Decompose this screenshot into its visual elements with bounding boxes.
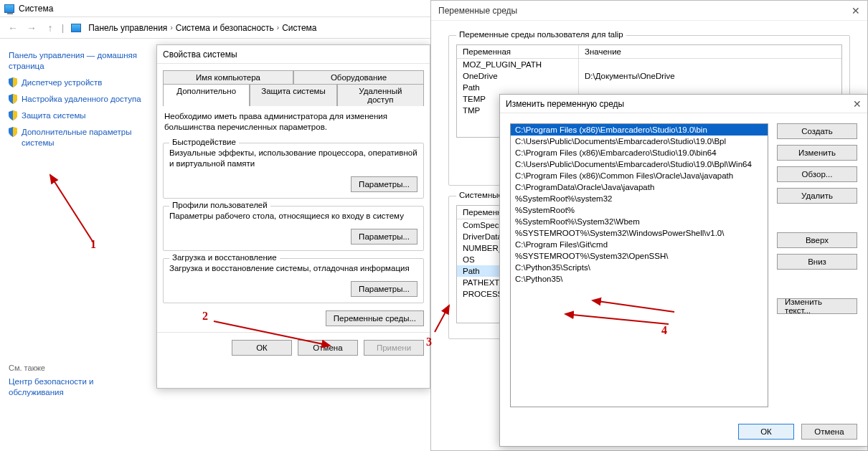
list-item[interactable]: C:\Program Files (x86)\Embarcadero\Studi… — [511, 147, 768, 158]
delete-button[interactable]: Удалить — [777, 188, 857, 204]
sidebar-item-label: Защита системы — [22, 110, 86, 121]
startup-settings-button[interactable]: Параметры... — [351, 281, 418, 297]
shield-icon — [9, 77, 17, 87]
sidebar-home-link[interactable]: Панель управления — домашняя страница — [9, 50, 142, 72]
up-arrow-icon[interactable]: ↑ — [43, 21, 57, 35]
crumb-control-panel[interactable]: Панель управления — [88, 23, 167, 33]
admin-note: Необходимо иметь права администратора дл… — [163, 105, 424, 138]
ok-button[interactable]: ОК — [738, 424, 794, 440]
profiles-settings-button[interactable]: Параметры... — [351, 229, 418, 245]
monitor-icon — [4, 4, 14, 13]
annotation-1: 1 — [90, 238, 96, 251]
group-title: Загрузка и восстановление — [169, 253, 280, 262]
annotation-2: 2 — [202, 310, 208, 323]
performance-settings-button[interactable]: Параметры... — [351, 176, 418, 192]
group-text: Параметры рабочего стола, относящиеся ко… — [169, 211, 418, 222]
crumb-system[interactable]: Система — [282, 23, 316, 33]
location-icon — [71, 24, 81, 32]
list-item[interactable]: %SystemRoot%\System32\Wbem — [511, 216, 768, 227]
tab-protection[interactable]: Защита системы — [250, 84, 336, 106]
breadcrumb[interactable]: Панель управления› Система и безопасност… — [88, 23, 316, 33]
shield-icon — [9, 94, 17, 104]
list-item[interactable]: %SYSTEMROOT%\System32\WindowsPowerShell\… — [511, 227, 768, 239]
table-row[interactable]: Path — [457, 82, 841, 93]
list-item[interactable]: C:\Python35\Scripts\ — [511, 262, 768, 273]
back-arrow-icon[interactable]: ← — [6, 21, 20, 35]
group-text: Визуальные эффекты, использование процес… — [169, 148, 418, 169]
sidebar-item-label: Настройка удаленного доступа — [22, 94, 141, 105]
sidebar-item-protection[interactable]: Защита системы — [9, 110, 142, 121]
browse-button[interactable]: Обзор... — [777, 166, 857, 182]
sidebar-item-label: Диспетчер устройств — [22, 77, 102, 88]
sidebar-item-advanced[interactable]: Дополнительные параметры системы — [9, 127, 142, 148]
list-item[interactable]: C:\Program Files (x86)\Embarcadero\Studi… — [511, 124, 768, 136]
path-entries-list[interactable]: C:\Program Files (x86)\Embarcadero\Studi… — [510, 123, 768, 407]
table-row[interactable]: MOZ_PLUGIN_PATH — [457, 59, 841, 70]
list-item[interactable]: %SystemRoot% — [511, 204, 768, 216]
cancel-button[interactable]: Отмена — [298, 340, 358, 356]
see-also-label: См. также — [9, 364, 142, 372]
list-item[interactable]: C:\Users\Public\Documents\Embarcadero\St… — [511, 136, 768, 147]
props-title: Свойства системы — [157, 45, 430, 64]
list-item[interactable]: C:\Program Files (x86)\Common Files\Orac… — [511, 170, 768, 181]
list-item[interactable]: C:\Users\Public\Documents\Embarcadero\St… — [511, 158, 768, 170]
list-item[interactable]: %SystemRoot%\system32 — [511, 193, 768, 204]
performance-group: Быстродействие Визуальные эффекты, испол… — [163, 143, 424, 199]
startup-group: Загрузка и восстановление Загрузка и вос… — [163, 258, 424, 303]
forward-arrow-icon[interactable]: → — [24, 21, 39, 35]
group-text: Загрузка и восстановление системы, отлад… — [169, 263, 418, 274]
env-vars-button[interactable]: Переменные среды... — [326, 310, 424, 326]
edit-title: Изменить переменную среды — [506, 99, 624, 109]
new-button[interactable]: Создать — [777, 123, 857, 139]
annotation-4: 4 — [661, 324, 667, 337]
group-title: Переменные среды пользователя для talip — [456, 30, 626, 39]
down-button[interactable]: Вниз — [777, 254, 857, 270]
close-icon[interactable]: ✕ — [853, 98, 862, 110]
sidebar-item-device-manager[interactable]: Диспетчер устройств — [9, 77, 142, 88]
security-center-link[interactable]: Центр безопасности и обслуживания — [9, 376, 142, 398]
nav-bar: ← → ↑ | Панель управления› Система и без… — [0, 17, 430, 39]
col-value: Значение — [579, 45, 841, 58]
list-item[interactable]: C:\Python35\ — [511, 273, 768, 285]
tab-computer-name[interactable]: Имя компьютера — [163, 70, 293, 85]
ok-button[interactable]: ОК — [232, 340, 292, 356]
col-variable: Переменная — [457, 45, 579, 58]
sidebar-item-label: Дополнительные параметры системы — [22, 127, 142, 148]
sidebar: Панель управления — домашняя страница Ди… — [0, 39, 151, 451]
annotation-3: 3 — [426, 336, 432, 348]
tab-advanced[interactable]: Дополнительно — [163, 84, 250, 106]
edit-text-button[interactable]: Изменить текст... — [777, 298, 857, 314]
profiles-group: Профили пользователей Параметры рабочего… — [163, 206, 424, 251]
system-title: Система — [19, 4, 53, 14]
shield-icon — [9, 127, 17, 137]
table-row[interactable]: OneDriveD:\Документы\OneDrive — [457, 70, 841, 82]
sidebar-item-remote[interactable]: Настройка удаленного доступа — [9, 94, 142, 105]
edit-button[interactable]: Изменить — [777, 145, 857, 161]
shield-icon — [9, 110, 17, 120]
list-item[interactable]: C:\ProgramData\Oracle\Java\javapath — [511, 181, 768, 193]
system-titlebar: Система — [0, 0, 430, 17]
crumb-system-security[interactable]: Система и безопасность — [176, 23, 274, 33]
apply-button[interactable]: Примени — [364, 340, 424, 356]
cancel-button[interactable]: Отмена — [801, 424, 857, 440]
system-properties-dialog: Свойства системы Имя компьютера Оборудов… — [156, 44, 430, 389]
list-item[interactable]: %SYSTEMROOT%\System32\OpenSSH\ — [511, 250, 768, 262]
group-title: Профили пользователей — [169, 201, 270, 209]
tab-remote[interactable]: Удаленный доступ — [337, 84, 424, 106]
env-title: Переменные среды — [438, 6, 517, 16]
close-icon[interactable]: ✕ — [852, 5, 860, 16]
up-button[interactable]: Вверх — [777, 232, 857, 248]
list-item[interactable]: C:\Program Files\Git\cmd — [511, 239, 768, 250]
group-title: Быстродействие — [169, 138, 239, 146]
edit-env-var-dialog: Изменить переменную среды ✕ C:\Program F… — [499, 94, 868, 447]
tab-hardware[interactable]: Оборудование — [293, 70, 424, 85]
